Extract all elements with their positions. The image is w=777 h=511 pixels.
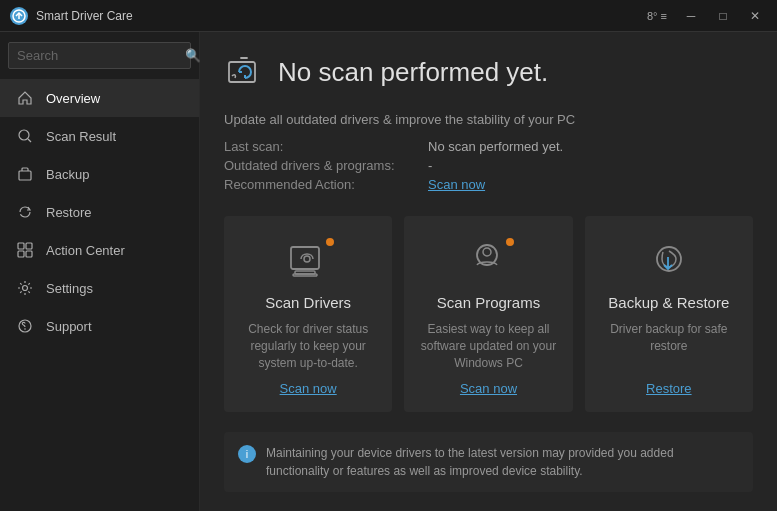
page-header: No scan performed yet. <box>224 52 753 92</box>
backup-restore-title: Backup & Restore <box>608 294 729 311</box>
outdated-label: Outdated drivers & programs: <box>224 158 424 173</box>
sidebar-action-center-label: Action Center <box>46 243 125 258</box>
scan-drivers-notif-dot <box>324 236 336 248</box>
user-info: 8° ≡ <box>647 10 667 22</box>
info-subtitle: Update all outdated drivers & improve th… <box>224 112 753 127</box>
scan-programs-notif-dot <box>504 236 516 248</box>
home-icon <box>16 89 34 107</box>
sidebar-support-label: Support <box>46 319 92 334</box>
svg-point-7 <box>23 286 28 291</box>
svg-point-16 <box>483 248 491 256</box>
app-body: 🔍 Overview Scan Result <box>0 32 777 511</box>
scan-drivers-card-icon <box>280 236 336 284</box>
search-input[interactable] <box>17 48 185 63</box>
sidebar-item-restore[interactable]: Restore <box>0 193 199 231</box>
backup-restore-link[interactable]: Restore <box>646 381 692 396</box>
scan-programs-card-icon <box>460 236 516 284</box>
recommended-scan-now-link[interactable]: Scan now <box>428 177 485 192</box>
info-row-recommended: Recommended Action: Scan now <box>224 177 753 192</box>
outdated-value: - <box>428 158 432 173</box>
settings-icon <box>16 279 34 297</box>
app-icon <box>10 7 28 25</box>
page-title: No scan performed yet. <box>278 57 548 88</box>
action-center-icon <box>16 241 34 259</box>
scan-programs-link[interactable]: Scan now <box>460 381 517 396</box>
main-content: No scan performed yet. Update all outdat… <box>200 32 777 511</box>
scan-programs-title: Scan Programs <box>437 294 540 311</box>
backup-restore-desc: Driver backup for safe restore <box>601 321 737 355</box>
sidebar-item-support[interactable]: Support <box>0 307 199 345</box>
warning-text: Maintaining your device drivers to the l… <box>266 444 739 480</box>
warning-bar: i Maintaining your device drivers to the… <box>224 432 753 492</box>
last-scan-label: Last scan: <box>224 139 424 154</box>
svg-rect-6 <box>26 251 32 257</box>
scan-programs-desc: Easiest way to keep all software updated… <box>420 321 556 371</box>
scan-drivers-link[interactable]: Scan now <box>280 381 337 396</box>
sidebar-item-backup[interactable]: Backup <box>0 155 199 193</box>
sidebar-item-action-center[interactable]: Action Center <box>0 231 199 269</box>
svg-point-9 <box>24 328 26 330</box>
maximize-button[interactable]: □ <box>711 4 735 28</box>
sidebar-item-scan-result[interactable]: Scan Result <box>0 117 199 155</box>
last-scan-value: No scan performed yet. <box>428 139 563 154</box>
info-section: Update all outdated drivers & improve th… <box>224 112 753 192</box>
svg-point-14 <box>304 256 310 262</box>
sidebar: 🔍 Overview Scan Result <box>0 32 200 511</box>
card-scan-drivers: Scan Drivers Check for driver status reg… <box>224 216 392 412</box>
search-icon: 🔍 <box>185 48 201 63</box>
warning-info-icon: i <box>238 445 256 463</box>
info-row-outdated: Outdated drivers & programs: - <box>224 158 753 173</box>
card-backup-restore: Backup & Restore Driver backup for safe … <box>585 216 753 412</box>
svg-rect-13 <box>293 274 317 276</box>
cards-row: Scan Drivers Check for driver status reg… <box>224 216 753 412</box>
svg-rect-2 <box>19 171 31 180</box>
scan-header-icon <box>224 52 264 92</box>
backup-icon <box>16 165 34 183</box>
sidebar-restore-label: Restore <box>46 205 92 220</box>
info-row-last-scan: Last scan: No scan performed yet. <box>224 139 753 154</box>
sidebar-backup-label: Backup <box>46 167 89 182</box>
svg-point-1 <box>19 130 29 140</box>
restore-icon <box>16 203 34 221</box>
recommended-label: Recommended Action: <box>224 177 424 192</box>
sidebar-settings-label: Settings <box>46 281 93 296</box>
scan-result-icon <box>16 127 34 145</box>
scan-drivers-title: Scan Drivers <box>265 294 351 311</box>
nav-menu: Overview Scan Result B <box>0 79 199 511</box>
close-button[interactable]: ✕ <box>743 4 767 28</box>
window-controls: 8° ≡ ─ □ ✕ <box>647 4 767 28</box>
svg-rect-3 <box>18 243 24 249</box>
svg-rect-11 <box>291 247 319 269</box>
svg-rect-4 <box>26 243 32 249</box>
sidebar-item-overview[interactable]: Overview <box>0 79 199 117</box>
backup-restore-card-icon <box>641 236 697 284</box>
sidebar-item-settings[interactable]: Settings <box>0 269 199 307</box>
minimize-button[interactable]: ─ <box>679 4 703 28</box>
svg-rect-5 <box>18 251 24 257</box>
search-box[interactable]: 🔍 <box>8 42 191 69</box>
app-title: Smart Driver Care <box>36 9 647 23</box>
card-scan-programs: Scan Programs Easiest way to keep all so… <box>404 216 572 412</box>
titlebar: Smart Driver Care 8° ≡ ─ □ ✕ <box>0 0 777 32</box>
sidebar-overview-label: Overview <box>46 91 100 106</box>
support-icon <box>16 317 34 335</box>
scan-drivers-desc: Check for driver status regularly to kee… <box>240 321 376 371</box>
sidebar-scan-result-label: Scan Result <box>46 129 116 144</box>
